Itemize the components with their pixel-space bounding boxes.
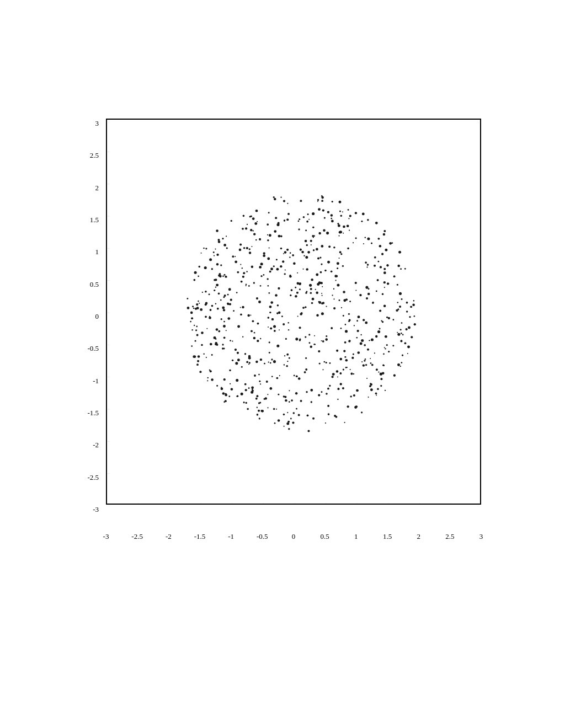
x-axis-label: -2 [166, 532, 172, 541]
x-axis-label: -1 [228, 532, 234, 541]
chart-container: 32.521.510.50-0.5-1-1.5-2-2.5-3 -3-2.5-2… [73, 113, 492, 532]
x-axis-label: -1.5 [194, 532, 206, 541]
x-axis-label: -3 [103, 532, 109, 541]
y-axis-label: -1 [93, 377, 99, 386]
page-header [0, 0, 565, 25]
x-axis-label: 1 [354, 532, 358, 541]
x-axis-label: 2.5 [445, 532, 454, 541]
x-axis-labels: -3-2.5-2-1.5-1-0.500.511.522.53 [106, 532, 481, 546]
chart-area [106, 119, 481, 505]
x-axis-label: 3 [479, 532, 483, 541]
y-axis-labels: 32.521.510.50-0.5-1-1.5-2-2.5-3 [73, 119, 103, 505]
y-axis-label: -0.5 [87, 344, 99, 353]
y-axis-label: 2.5 [90, 151, 99, 160]
y-axis-label: 0 [95, 312, 99, 321]
date-sheet [279, 15, 285, 25]
y-axis-label: 1.5 [90, 216, 99, 224]
y-axis-label: -2.5 [87, 473, 99, 482]
x-axis-label: 1.5 [383, 532, 392, 541]
y-axis-label: -3 [93, 505, 99, 514]
x-axis-label: -2.5 [131, 532, 143, 541]
x-axis-label: 0.5 [321, 532, 329, 541]
y-axis-label: 3 [95, 119, 99, 128]
x-axis-label: -0.5 [257, 532, 268, 541]
y-axis-label: 0.5 [90, 280, 99, 289]
y-axis-label: -1.5 [87, 409, 99, 417]
scatter-plot [107, 120, 481, 505]
y-axis-label: 1 [95, 248, 99, 256]
x-axis-label: 0 [292, 532, 296, 541]
y-axis-label: 2 [95, 184, 99, 192]
y-axis-label: -2 [93, 441, 99, 449]
x-axis-label: 2 [417, 532, 420, 541]
